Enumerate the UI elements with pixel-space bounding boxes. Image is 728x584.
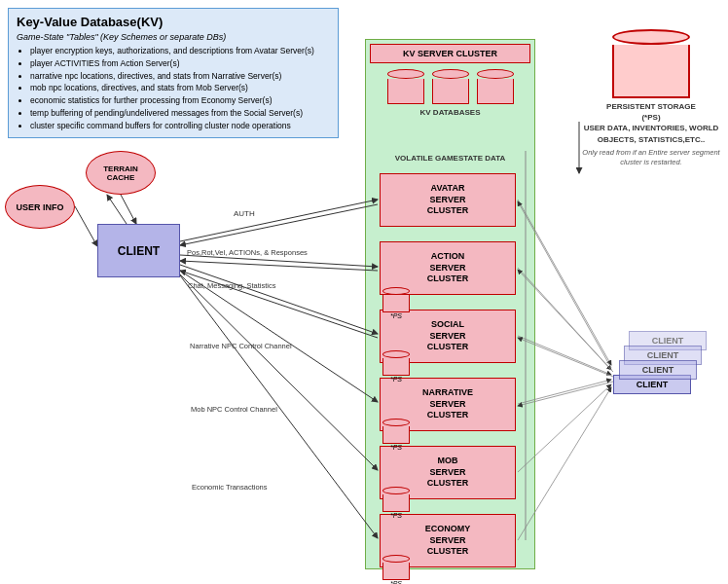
ps-cyl-label: *PS — [382, 512, 410, 519]
ps-cyl-label: *PS — [382, 580, 410, 584]
volatile-label: VOLATILE GAMESTATE DATA — [370, 154, 530, 163]
ps-cyl-top — [382, 555, 410, 563]
legend-title: Key-Value Database(KV) — [17, 15, 330, 29]
server-avatar: AVATAR SERVER CLUSTER — [380, 173, 516, 227]
terrain-cache-node: TERRAIN CACHE — [86, 151, 156, 195]
ps-cyl-label: *PS — [382, 312, 410, 319]
economic-label: Economic Transactions — [192, 483, 268, 492]
ps-cyl-body — [382, 563, 410, 580]
ps-cyl-body — [382, 358, 410, 376]
legend-item: player ACTIVITIES from Action Server(s) — [30, 57, 330, 70]
svg-line-2 — [180, 200, 378, 241]
svg-line-11 — [121, 195, 136, 224]
kv-db-cylinder-1 — [387, 69, 424, 104]
ps-cyl-top — [382, 487, 410, 494]
mob-label: Mob NPC Control Channel — [191, 405, 277, 414]
legend-item: economic statistics for further processi… — [30, 94, 330, 107]
kv-cluster: KV SERVER CLUSTER KV DATABASES — [370, 44, 530, 117]
kv-server-box: KV SERVER CLUSTER — [370, 44, 530, 63]
svg-line-4 — [180, 261, 378, 271]
legend-item: mob npc locations, directives, and stats… — [30, 82, 330, 94]
kv-db-cylinder-3 — [477, 69, 514, 104]
persistent-cyl-top — [612, 29, 690, 45]
client-stack-2: CLIENT — [619, 360, 697, 380]
user-info-node: USER INFO — [5, 185, 75, 229]
persistent-storage: PERSISTENT STORAGE (*PS) USER DATA, INVE… — [579, 29, 723, 166]
mob-ps-cylinder: *PS — [382, 487, 410, 519]
ps-cyl-top — [382, 350, 410, 358]
ps-cyl-body — [382, 494, 410, 512]
ps-cyl-label: *PS — [382, 444, 410, 451]
ps-cyl-top — [382, 287, 410, 295]
persistent-cyl-body — [612, 45, 690, 98]
svg-line-7 — [180, 271, 378, 402]
narrative-ps-cylinder: *PS — [382, 419, 410, 451]
svg-line-9 — [180, 275, 378, 538]
svg-line-12 — [107, 195, 127, 224]
pos-label: Pos,Rot,Vel, ACTIONs, & Responses — [187, 248, 308, 257]
narrative-label: Narrative NPC Control Channel — [190, 342, 292, 350]
chat-label: Chat, Messaging, Statistics — [188, 281, 276, 290]
persistent-label: PERSISTENT STORAGE (*PS) USER DATA, INVE… — [579, 101, 723, 145]
auth-label: AUTH — [234, 209, 255, 218]
legend-item: narrative npc locations, directives, and… — [30, 70, 330, 83]
svg-line-8 — [180, 274, 378, 470]
svg-line-6 — [180, 271, 378, 338]
svg-line-10 — [75, 206, 97, 246]
legend-item: temp buffering of pending/undelivered me… — [30, 107, 330, 120]
persistent-note: Only read from if an Entire server segme… — [579, 148, 723, 167]
ps-cyl-body — [382, 426, 410, 444]
kv-db-cylinder-2 — [432, 69, 469, 104]
legend-list: player encryption keys, authorizations, … — [17, 45, 330, 131]
social-ps-cylinder: *PS — [382, 350, 410, 383]
svg-line-13 — [180, 204, 378, 245]
client-node: CLIENT — [97, 224, 180, 277]
ps-cyl-label: *PS — [382, 376, 410, 383]
svg-line-3 — [180, 255, 378, 267]
client-stack: CLIENT CLIENT CLIENT CLIENT — [613, 331, 707, 389]
legend-item: player encryption keys, authorizations, … — [30, 45, 330, 57]
ps-cyl-body — [382, 295, 410, 312]
ps-cyl-top — [382, 419, 410, 426]
svg-line-5 — [180, 265, 378, 334]
economy-ps-cylinder: *PS — [382, 555, 410, 584]
legend-subtitle: Game-State "Tables" (Key Schemes or sepa… — [17, 32, 330, 42]
action-ps-cylinder: *PS — [382, 287, 410, 319]
kv-db-label: KV DATABASES — [370, 108, 530, 117]
legend-item: cluster specific command buffers for con… — [30, 120, 330, 132]
legend-box: Key-Value Database(KV) Game-State "Table… — [8, 8, 339, 138]
